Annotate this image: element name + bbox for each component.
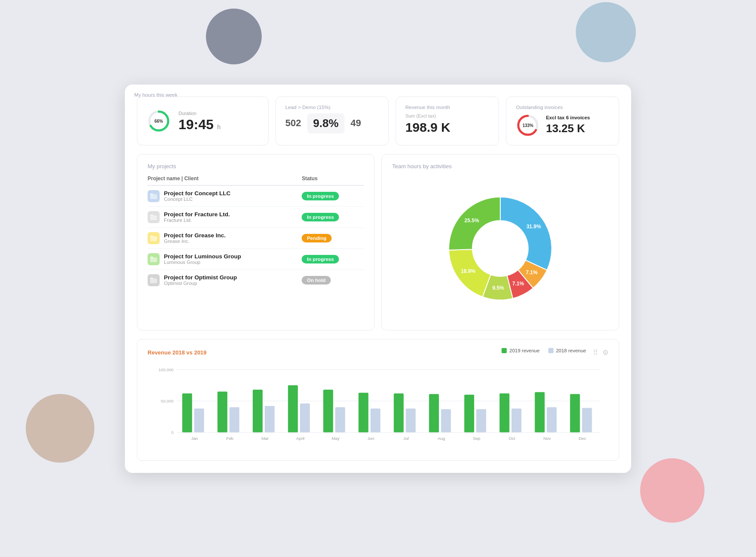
revenue-sub-label: Sum (Excl tax) bbox=[405, 113, 490, 118]
deco-gray-circle bbox=[206, 9, 262, 64]
bar-2018 bbox=[230, 407, 239, 433]
donut-panel-title: Team hours by activities bbox=[392, 163, 608, 170]
mid-row: My projects Project name | Client Status… bbox=[137, 154, 619, 330]
bar-2019 bbox=[464, 394, 474, 432]
project-info: Project for Fracture Ltd.Fracture Ltd. bbox=[164, 211, 230, 223]
lead-percent: 9.8% bbox=[313, 117, 339, 130]
project-info: Project for Concept LLCConcept LLC bbox=[164, 190, 230, 202]
bar-2019 bbox=[182, 393, 192, 432]
revenue-card: Revenue this month Sum (Excl tax) 198.9 … bbox=[396, 97, 499, 145]
deco-tan-circle bbox=[26, 394, 94, 463]
month-label: May bbox=[332, 436, 340, 441]
bar-chart-actions: ⠿ ⚙ bbox=[593, 348, 608, 357]
bar-2018 bbox=[476, 409, 486, 432]
hours-duration-label: Duration bbox=[178, 111, 221, 116]
table-row[interactable]: Project for Fracture Ltd.Fracture Ltd.In… bbox=[148, 206, 364, 227]
project-client-text: Grease Inc. bbox=[164, 239, 226, 244]
invoices-progress-circle: 133% bbox=[516, 113, 540, 137]
donut-label: 25.5% bbox=[465, 217, 479, 223]
bar-2018 bbox=[441, 409, 451, 432]
table-row[interactable]: Project for Concept LLCConcept LLCIn pro… bbox=[148, 185, 364, 207]
bar-2018 bbox=[370, 408, 380, 432]
hours-unit: h bbox=[217, 124, 221, 130]
project-name-text: Project for Fracture Ltd. bbox=[164, 211, 230, 218]
project-status-cell: In progress bbox=[298, 248, 364, 269]
projects-panel: My projects Project name | Client Status… bbox=[137, 154, 375, 330]
project-name-text: Project for Concept LLC bbox=[164, 190, 230, 197]
donut-label: 7.1% bbox=[512, 280, 524, 286]
month-label: Jan bbox=[191, 436, 198, 441]
bar-2019 bbox=[499, 393, 509, 432]
svg-rect-10 bbox=[150, 257, 157, 262]
project-name-text: Project for Grease Inc. bbox=[164, 232, 226, 239]
lead-left-num: 502 bbox=[285, 118, 301, 129]
month-label: Jul bbox=[403, 436, 408, 441]
month-label: Aug bbox=[438, 436, 445, 441]
table-row[interactable]: Project for Grease Inc.Grease Inc.Pendin… bbox=[148, 227, 364, 248]
hours-value: 19:45 bbox=[178, 117, 214, 132]
lead-pct-box: 9.8% bbox=[307, 113, 345, 133]
project-status-cell: In progress bbox=[298, 206, 364, 227]
hours-progress-circle: 66% bbox=[147, 109, 171, 133]
bar-chart-header: Revenue 2018 vs 2019 2019 revenue 2018 r… bbox=[148, 348, 608, 357]
donut-panel: Team hours by activities 31.9%7.1%7.1%9.… bbox=[381, 154, 619, 330]
project-client-text: Luminous Group bbox=[164, 260, 241, 265]
project-icon bbox=[148, 274, 160, 286]
project-client-text: Fracture Ltd. bbox=[164, 218, 230, 223]
bar-2018 bbox=[406, 408, 416, 432]
invoice-sub: Excl tax 6 invoices bbox=[546, 115, 590, 120]
legend-2019: 2019 revenue bbox=[502, 348, 539, 353]
donut-segment bbox=[500, 197, 552, 270]
month-label: Oct bbox=[508, 436, 515, 441]
hours-percent-text: 66% bbox=[154, 118, 163, 123]
svg-text:50,000: 50,000 bbox=[161, 399, 174, 403]
project-status-cell: Pending bbox=[298, 227, 364, 248]
month-label: Nov bbox=[544, 436, 551, 441]
invoice-count: 6 bbox=[566, 115, 569, 120]
month-label: Sep bbox=[473, 436, 481, 441]
bar-2018 bbox=[547, 407, 556, 433]
bar-2018 bbox=[300, 403, 310, 432]
donut-chart-wrap: 31.9%7.1%7.1%9.5%18.9%25.5% bbox=[392, 176, 608, 321]
legend-2019-label: 2019 revenue bbox=[509, 348, 539, 353]
project-name-cell: Project for Concept LLCConcept LLC bbox=[148, 185, 298, 207]
bar-2019 bbox=[394, 393, 404, 432]
donut-chart: 31.9%7.1%7.1%9.5%18.9%25.5% bbox=[432, 180, 569, 317]
project-icon bbox=[148, 211, 160, 223]
month-label: Dec bbox=[579, 436, 586, 441]
invoice-value: 13.25 K bbox=[546, 122, 590, 135]
invoices-card: Outstanding invoices 133% Excl tax 6 inv… bbox=[506, 97, 619, 145]
hours-card: 66% Duration 19:45 h My hours this week bbox=[137, 97, 269, 145]
month-label: Mar bbox=[261, 436, 269, 441]
projects-panel-title: My projects bbox=[148, 163, 364, 170]
donut-label: 31.9% bbox=[526, 224, 541, 230]
bar-2018 bbox=[335, 407, 345, 433]
project-name-cell: Project for Grease Inc.Grease Inc. bbox=[148, 227, 298, 248]
bar-2019 bbox=[218, 391, 227, 432]
revenue-card-label: Revenue this month bbox=[405, 105, 490, 110]
project-name-cell: Project for Luminous GroupLuminous Group bbox=[148, 248, 298, 269]
project-client-text: Optimist Group bbox=[164, 281, 237, 286]
project-name-text: Project for Luminous Group bbox=[164, 253, 241, 260]
top-row: 66% Duration 19:45 h My hours this week … bbox=[137, 97, 619, 145]
status-badge: In progress bbox=[302, 192, 339, 200]
bar-chart-svg: 050,000100,000JanFebMarAprilMayJunJulAug… bbox=[148, 364, 608, 450]
project-info: Project for Optimist GroupOptimist Group bbox=[164, 274, 237, 286]
table-row[interactable]: Project for Optimist GroupOptimist Group… bbox=[148, 269, 364, 291]
bar-2019 bbox=[323, 389, 333, 432]
lead-body: 502 9.8% 49 bbox=[285, 113, 379, 133]
table-row[interactable]: Project for Luminous GroupLuminous Group… bbox=[148, 248, 364, 269]
grid-icon[interactable]: ⠿ bbox=[593, 348, 598, 357]
month-label: Jun bbox=[367, 436, 374, 441]
bar-2019 bbox=[429, 394, 439, 432]
svg-rect-4 bbox=[150, 194, 157, 199]
legend-2019-dot bbox=[502, 348, 507, 353]
project-name-cell: Project for Optimist GroupOptimist Group bbox=[148, 269, 298, 291]
project-icon bbox=[148, 190, 160, 202]
status-badge: In progress bbox=[302, 255, 339, 263]
deco-blue-circle bbox=[576, 2, 636, 62]
project-name-cell: Project for Fracture Ltd.Fracture Ltd. bbox=[148, 206, 298, 227]
deco-pink-circle bbox=[640, 458, 705, 523]
settings-icon[interactable]: ⚙ bbox=[602, 348, 608, 357]
col-status: Status bbox=[298, 176, 364, 185]
